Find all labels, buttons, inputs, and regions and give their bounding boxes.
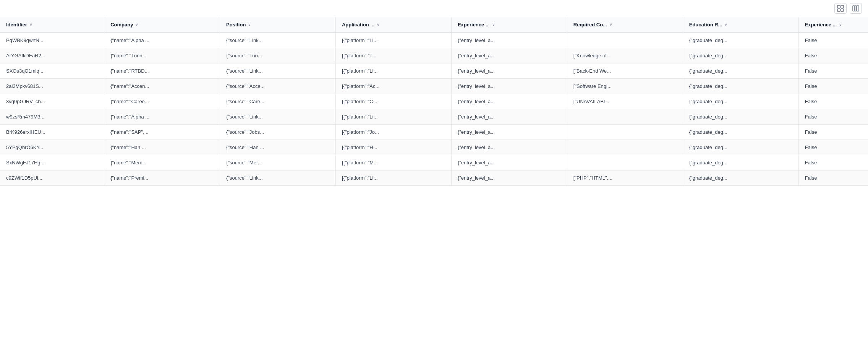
cell-position: {"source":"Acce... bbox=[220, 79, 336, 94]
cell-identifier: PqWBK9gwrtN... bbox=[0, 32, 104, 48]
cell-education_r: {"graduate_deg... bbox=[683, 32, 798, 48]
cell-position: {"source":"Link... bbox=[220, 32, 336, 48]
table-view-button[interactable] bbox=[834, 3, 847, 14]
cell-education_r: {"graduate_deg... bbox=[683, 170, 798, 186]
cell-experience_bool: False bbox=[798, 79, 868, 94]
sort-icon-experience: ∨ bbox=[492, 23, 495, 27]
cell-position: {"source":"Jobs... bbox=[220, 125, 336, 140]
cell-education_r: {"graduate_deg... bbox=[683, 140, 798, 155]
cell-experience: {"entry_level_a... bbox=[451, 125, 567, 140]
cell-required_co bbox=[567, 125, 683, 140]
sort-icon-experience-bool: ∨ bbox=[839, 23, 842, 27]
col-header-position[interactable]: Position ∨ bbox=[220, 17, 336, 32]
cell-experience: {"entry_level_a... bbox=[451, 109, 567, 125]
cell-company: {"name":"Premi... bbox=[104, 170, 220, 186]
col-header-required-co[interactable]: Required Co... ∨ bbox=[567, 17, 683, 32]
cell-application: [{"platform":"T... bbox=[335, 48, 451, 63]
table-row[interactable]: w9zsRm479M3...{"name":"Alpha ...{"source… bbox=[0, 109, 868, 125]
col-header-experience[interactable]: Experience ... ∨ bbox=[451, 17, 567, 32]
cell-experience: {"entry_level_a... bbox=[451, 32, 567, 48]
data-table-container: Identifier ∨ Company ∨ Position ∨ bbox=[0, 17, 868, 186]
cell-experience_bool: False bbox=[798, 125, 868, 140]
table-row[interactable]: SXOs3qO1miq...{"name":"RTBD...{"source":… bbox=[0, 63, 868, 79]
cell-company: {"name":"RTBD... bbox=[104, 63, 220, 79]
cell-experience: {"entry_level_a... bbox=[451, 140, 567, 155]
table-header-row: Identifier ∨ Company ∨ Position ∨ bbox=[0, 17, 868, 32]
table-row[interactable]: BrK926erxlHEU...{"name":"SAP",...{"sourc… bbox=[0, 125, 868, 140]
cell-experience_bool: False bbox=[798, 63, 868, 79]
cell-required_co bbox=[567, 109, 683, 125]
cell-company: {"name":"SAP",... bbox=[104, 125, 220, 140]
cell-application: [{"platform":"C... bbox=[335, 94, 451, 109]
col-header-experience-bool[interactable]: Experience ... ∨ bbox=[798, 17, 868, 32]
cell-education_r: {"graduate_deg... bbox=[683, 48, 798, 63]
svg-rect-0 bbox=[837, 5, 840, 8]
cell-application: [{"platform":"Ac... bbox=[335, 79, 451, 94]
cell-experience: {"entry_level_a... bbox=[451, 79, 567, 94]
cell-experience: {"entry_level_a... bbox=[451, 170, 567, 186]
columns-view-button[interactable] bbox=[850, 3, 862, 14]
cell-education_r: {"graduate_deg... bbox=[683, 63, 798, 79]
table-row[interactable]: 5YPgQhrO6KY...{"name":"Han ...{"source":… bbox=[0, 140, 868, 155]
cell-education_r: {"graduate_deg... bbox=[683, 125, 798, 140]
data-table: Identifier ∨ Company ∨ Position ∨ bbox=[0, 17, 868, 186]
col-header-company[interactable]: Company ∨ bbox=[104, 17, 220, 32]
cell-experience_bool: False bbox=[798, 140, 868, 155]
cell-required_co: ["Software Engi... bbox=[567, 79, 683, 94]
svg-rect-4 bbox=[853, 6, 855, 11]
cell-position: {"source":"Han ... bbox=[220, 140, 336, 155]
cell-position: {"source":"Link... bbox=[220, 63, 336, 79]
sort-icon-position: ∨ bbox=[248, 23, 251, 27]
cell-experience_bool: False bbox=[798, 155, 868, 170]
cell-position: {"source":"Link... bbox=[220, 109, 336, 125]
cell-education_r: {"graduate_deg... bbox=[683, 155, 798, 170]
svg-rect-2 bbox=[837, 9, 840, 11]
table-row[interactable]: 3vg9pGJRV_cb...{"name":"Caree...{"source… bbox=[0, 94, 868, 109]
cell-company: {"name":"Merc... bbox=[104, 155, 220, 170]
cell-company: {"name":"Alpha ... bbox=[104, 109, 220, 125]
cell-position: {"source":"Turi... bbox=[220, 48, 336, 63]
cell-identifier: 5YPgQhrO6KY... bbox=[0, 140, 104, 155]
cell-required_co: ["Back-End We... bbox=[567, 63, 683, 79]
cell-identifier: c9ZWif1D5pUi... bbox=[0, 170, 104, 186]
svg-rect-6 bbox=[857, 6, 859, 11]
cell-application: [{"platform":"Jo... bbox=[335, 125, 451, 140]
cell-identifier: SXOs3qO1miq... bbox=[0, 63, 104, 79]
table-row[interactable]: c9ZWif1D5pUi...{"name":"Premi...{"source… bbox=[0, 170, 868, 186]
cell-required_co bbox=[567, 140, 683, 155]
cell-company: {"name":"Accen... bbox=[104, 79, 220, 94]
col-header-application[interactable]: Application ... ∨ bbox=[335, 17, 451, 32]
cell-application: [{"platform":"Li... bbox=[335, 63, 451, 79]
sort-icon-required-co: ∨ bbox=[609, 23, 612, 27]
cell-required_co bbox=[567, 32, 683, 48]
cell-application: [{"platform":"Li... bbox=[335, 32, 451, 48]
col-header-education[interactable]: Education R... ∨ bbox=[683, 17, 798, 32]
sort-icon-application: ∨ bbox=[377, 23, 379, 27]
cell-experience_bool: False bbox=[798, 94, 868, 109]
cell-education_r: {"graduate_deg... bbox=[683, 109, 798, 125]
svg-rect-3 bbox=[841, 9, 844, 11]
cell-education_r: {"graduate_deg... bbox=[683, 79, 798, 94]
cell-experience: {"entry_level_a... bbox=[451, 94, 567, 109]
cell-required_co bbox=[567, 155, 683, 170]
cell-experience_bool: False bbox=[798, 170, 868, 186]
cell-company: {"name":"Caree... bbox=[104, 94, 220, 109]
table-row[interactable]: PqWBK9gwrtN...{"name":"Alpha ...{"source… bbox=[0, 32, 868, 48]
cell-identifier: 3vg9pGJRV_cb... bbox=[0, 94, 104, 109]
cell-position: {"source":"Mer... bbox=[220, 155, 336, 170]
cell-position: {"source":"Care... bbox=[220, 94, 336, 109]
table-row[interactable]: 2al2Mpkv681S...{"name":"Accen...{"source… bbox=[0, 79, 868, 94]
cell-experience: {"entry_level_a... bbox=[451, 48, 567, 63]
cell-required_co: ["Knowledge of... bbox=[567, 48, 683, 63]
sort-icon-company: ∨ bbox=[135, 23, 138, 27]
col-header-identifier[interactable]: Identifier ∨ bbox=[0, 17, 104, 32]
table-row[interactable]: SxNWgFJ17Hg...{"name":"Merc...{"source":… bbox=[0, 155, 868, 170]
cell-experience: {"entry_level_a... bbox=[451, 63, 567, 79]
cell-experience_bool: False bbox=[798, 32, 868, 48]
cell-application: [{"platform":"M... bbox=[335, 155, 451, 170]
cell-identifier: ArYGAtkDFaR2... bbox=[0, 48, 104, 63]
cell-identifier: w9zsRm479M3... bbox=[0, 109, 104, 125]
table-row[interactable]: ArYGAtkDFaR2...{"name":"Turin...{"source… bbox=[0, 48, 868, 63]
cell-identifier: BrK926erxlHEU... bbox=[0, 125, 104, 140]
cell-application: [{"platform":"Li... bbox=[335, 170, 451, 186]
